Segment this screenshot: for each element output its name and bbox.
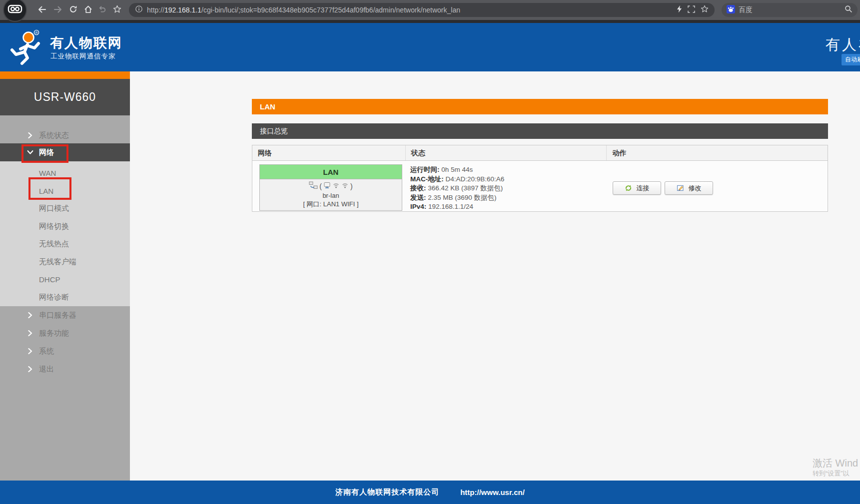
edit-icon <box>677 184 684 192</box>
sidebar-item-system[interactable]: 系统 <box>0 342 130 360</box>
column-header-status: 状态 <box>405 145 607 160</box>
url-path: /cgi-bin/luci/;stok=b9c68f4348eb905c7377… <box>201 6 460 14</box>
interface-actions: 连接 修改 <box>613 181 713 195</box>
back-arrow-icon <box>37 5 46 15</box>
forward-button[interactable] <box>52 4 64 15</box>
sidebar-item-lan[interactable]: LAN <box>0 182 130 200</box>
status-value: 2.35 MB (3690 数据包) <box>428 194 496 201</box>
status-line-mac: MAC-地址: D4:AD:20:9B:60:A6 <box>410 175 504 184</box>
sidebar-item-network-switch[interactable]: 网络切换 <box>0 218 130 235</box>
sidebar-subitem-label: 网口模式 <box>39 204 69 213</box>
status-label: 运行时间: <box>410 166 440 173</box>
table-header-row: 网络 状态 动作 <box>252 145 828 161</box>
goggles-icon <box>7 3 22 16</box>
reconnect-icon <box>625 184 632 192</box>
chevron-right-icon <box>28 312 32 318</box>
address-bar[interactable]: http://192.168.1.1/cgi-bin/luci/;stok=b9… <box>129 3 715 17</box>
device-model-title: USR-W660 <box>0 79 130 115</box>
connect-button[interactable]: 连接 <box>613 181 661 195</box>
auto-refresh-badge[interactable]: 自动刷新 <box>842 54 860 65</box>
edit-button-label: 修改 <box>689 184 702 193</box>
sidebar-subitem-label: 无线客户端 <box>39 257 76 267</box>
url-host: 192.168.1.1 <box>164 6 201 14</box>
windows-activation-watermark: 激活 Wind 转到“设置”以 <box>813 457 858 478</box>
sidebar-item-wifi-hotspot[interactable]: 无线热点 <box>0 235 130 253</box>
home-button[interactable] <box>82 4 94 15</box>
bookmark-toolbar-button[interactable] <box>111 4 123 15</box>
chevron-down-icon <box>27 150 33 155</box>
sidebar-item-system-status[interactable]: 系统状态 <box>0 126 130 144</box>
status-line-ipv4: IPv4: 192.168.1.1/24 <box>410 202 504 212</box>
page-info-icon[interactable] <box>135 5 143 15</box>
undo-arrow-icon <box>98 5 106 14</box>
brand-title: 有人物联网 <box>50 34 122 52</box>
history-button[interactable] <box>96 4 108 15</box>
home-icon <box>84 5 92 15</box>
sidebar-item-services[interactable]: 服务功能 <box>0 324 130 342</box>
screen: http://192.168.1.1/cgi-bin/luci/;stok=b9… <box>0 0 860 504</box>
svg-text:R: R <box>35 31 38 34</box>
watermark-line2: 转到“设置”以 <box>813 470 858 478</box>
status-value: D4:AD:20:9B:60:A6 <box>446 175 505 183</box>
status-label: IPv4: <box>410 203 426 210</box>
reload-button[interactable] <box>67 4 79 15</box>
brand-tagline: 工业物联网通信专家 <box>50 52 116 61</box>
sidebar-subitem-label: 网络切换 <box>39 222 69 231</box>
sidebar-item-wan[interactable]: WAN <box>0 164 130 182</box>
sidebar-item-logout[interactable]: 退出 <box>0 360 130 378</box>
sidebar-item-network[interactable]: 网络 <box>0 143 130 161</box>
sidebar-item-dhcp[interactable]: DHCP <box>0 271 130 288</box>
sidebar-item-port-mode[interactable]: 网口模式 <box>0 200 130 217</box>
page-footer: 济南有人物联网技术有限公司 http://www.usr.cn/ <box>0 481 860 504</box>
sidebar-subitem-label: 网络诊断 <box>39 293 69 302</box>
forward-arrow-icon <box>53 5 62 15</box>
chevron-right-icon <box>28 366 32 372</box>
sidebar-item-network-diagnosis[interactable]: 网络诊断 <box>0 289 130 306</box>
interface-device: br-lan <box>260 191 402 200</box>
search-engine-label: 百度 <box>739 5 845 14</box>
bookmark-star-icon[interactable] <box>701 5 709 15</box>
column-header-actions: 动作 <box>606 145 828 160</box>
footer-website-link[interactable]: http://www.usr.cn/ <box>460 488 525 497</box>
url-scheme: http:// <box>147 6 164 14</box>
sidebar-item-serial-server[interactable]: 串口服务器 <box>0 306 130 324</box>
baidu-paw-icon <box>727 5 735 15</box>
wifi-icon <box>332 182 340 191</box>
interface-status-block: 运行时间: 0h 5m 44s MAC-地址: D4:AD:20:9B:60:A… <box>410 165 504 212</box>
address-bar-actions <box>677 5 709 15</box>
connect-button-label: 连接 <box>637 184 650 193</box>
search-magnifier-icon[interactable] <box>845 5 853 15</box>
sidebar: USR-W660 系统状态 网络 WAN LAN 网口模式 网络切换 无线热点 … <box>0 71 130 481</box>
window-edge <box>0 20 860 23</box>
sidebar-item-label: 系统 <box>39 347 54 356</box>
wifi-icon <box>341 182 349 191</box>
chevron-right-icon <box>28 330 32 336</box>
sidebar-item-label: 串口服务器 <box>39 311 76 320</box>
sidebar-item-wifi-client[interactable]: 无线客户端 <box>0 253 130 271</box>
usr-logo: R <box>8 29 45 69</box>
ethernet-icon <box>323 182 331 191</box>
status-value: 192.168.1.1/24 <box>428 203 473 210</box>
watermark-line1: 激活 Wind <box>813 457 858 470</box>
sidebar-item-label: 退出 <box>39 365 54 374</box>
interface-overview-table: 网络 状态 动作 LAN ( ) br-lan [ 网口: LAN1 WIFI … <box>252 145 828 212</box>
lightning-icon[interactable] <box>677 5 682 15</box>
screenshot-frame-icon[interactable] <box>688 5 695 15</box>
edit-button[interactable]: 修改 <box>665 181 713 195</box>
browser-profile-avatar[interactable] <box>3 0 27 22</box>
status-value: 0h 5m 44s <box>441 166 473 173</box>
sidebar-subitem-label: DHCP <box>39 275 60 284</box>
status-value: 366.42 KB (3897 数据包) <box>428 184 503 192</box>
interface-icon-row: ( ) <box>260 181 402 191</box>
interface-ports: [ 网口: LAN1 WIFI ] <box>260 200 402 208</box>
back-button[interactable] <box>36 4 48 15</box>
interface-name: LAN <box>260 165 402 179</box>
sidebar-accent-strip <box>0 71 130 79</box>
sidebar-subitem-label: 无线热点 <box>39 239 69 249</box>
column-header-network: 网络 <box>252 145 405 160</box>
status-line-tx: 发送: 2.35 MB (3690 数据包) <box>410 193 504 203</box>
page-title: LAN <box>252 99 828 114</box>
browser-toolbar: http://192.168.1.1/cgi-bin/luci/;stok=b9… <box>0 0 860 20</box>
bridge-icon <box>309 181 318 191</box>
baidu-search-box[interactable]: 百度 <box>722 3 858 17</box>
